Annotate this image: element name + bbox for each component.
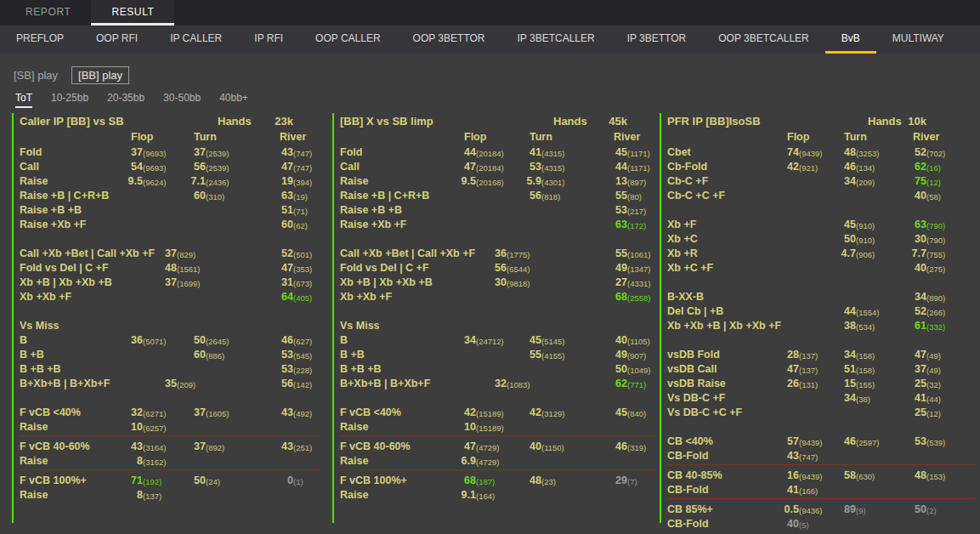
- stat-row[interactable]: Raise6.9(4729): [340, 454, 655, 469]
- stat-row[interactable]: Xb +C +F40(275): [667, 261, 976, 276]
- stat-row[interactable]: Xb +R4.7(906)7.7(755): [667, 247, 976, 261]
- stat-row[interactable]: Vs DB-C +F34(38)41(44): [667, 391, 976, 406]
- stat-row[interactable]: Call +Xb +Bet | Call +Xb +F37(829)52(501…: [20, 247, 320, 261]
- stat-row[interactable]: Raise +B | C+R+B56(818)55(80): [340, 189, 655, 203]
- stat-value: 10: [437, 421, 476, 433]
- nav-tab-bvb[interactable]: BvB: [825, 26, 876, 54]
- stat-row[interactable]: Xb +C50(910)30(790): [667, 232, 976, 247]
- stat-row[interactable]: Call47(20184)53(4315)44(1171): [340, 160, 655, 174]
- stat-value: 7.7: [887, 247, 926, 259]
- tab-tot[interactable]: ToT: [15, 92, 32, 108]
- stat-row[interactable]: Xb +F45(910)63(790): [667, 218, 976, 232]
- stat-row[interactable]: Call +Xb +Bet | Call +Xb +F36(1775)55(10…: [340, 247, 655, 261]
- stat-row[interactable]: Xb +Xb +F68(2558): [340, 290, 655, 304]
- stat-row[interactable]: CB 40-85%16(9439)58(630)48(153): [667, 469, 976, 483]
- nav-tab-oop-3betcaller[interactable]: OOP 3BETCALLER: [702, 26, 825, 54]
- stat-value-cell: 47(353): [254, 262, 312, 274]
- stat-row[interactable]: Raise9.1(164): [340, 488, 655, 503]
- stat-row[interactable]: Call54(9693)56(2539)47(747): [20, 160, 320, 174]
- stat-row[interactable]: B+Xb+B | B+Xb+F32(1083)62(771): [340, 377, 655, 391]
- stat-row[interactable]: Raise +B +B51(71): [20, 203, 320, 218]
- stat-row[interactable]: Fold37(9693)37(2539)43(747): [20, 145, 320, 160]
- nav-tab-ip-rfi[interactable]: IP RFI: [238, 26, 299, 54]
- stat-row[interactable]: B +B +B53(228): [20, 362, 320, 377]
- stat-value-cell: 48(153): [887, 469, 945, 481]
- nav-tab-ip-3bettor[interactable]: IP 3BETTOR: [611, 26, 703, 54]
- nav-tab-ip-caller[interactable]: IP CALLER: [154, 26, 238, 54]
- stat-row[interactable]: Fold vs Del | C +F56(6544)49(1347): [340, 261, 655, 276]
- stat-row[interactable]: F vCB 100%+68(187)48(23)29(7): [340, 474, 655, 488]
- column-header-turn: Turn: [530, 131, 552, 143]
- tab-20-35bb[interactable]: 20-35bb: [107, 92, 144, 108]
- stat-row[interactable]: F vCB 100%+71(192)50(24)0(1): [20, 474, 320, 488]
- nav-tab-oop-rfi[interactable]: OOP RFI: [80, 26, 154, 54]
- nav-tab-ip-3betcaller[interactable]: IP 3BETCALLER: [501, 26, 611, 54]
- stat-label: B +B +B: [340, 363, 382, 375]
- stat-row[interactable]: Raise9.5(20168)5.9(4301)13(897): [340, 174, 655, 189]
- stat-row[interactable]: F vCB 40-60%43(3164)37(892)43(251): [20, 440, 320, 454]
- stat-sample-count: (137): [799, 349, 818, 361]
- tab-30-50bb[interactable]: 30-50bb: [163, 92, 201, 108]
- stat-row[interactable]: Raise9.5(9624)7.1(2436)19(394): [20, 174, 320, 189]
- stat-row[interactable]: Cb-Fold42(921)46(134)62(16): [667, 160, 976, 174]
- stat-row[interactable]: Xb +B | Xb +Xb +B30(9818)27(4331): [340, 276, 655, 290]
- stat-row[interactable]: Raise +Xb +F60(62): [20, 218, 320, 232]
- stat-row[interactable]: CB 85%+0.5(9436)89(9)50(2): [667, 503, 976, 517]
- stat-value-cell: 32(6271): [104, 406, 166, 418]
- nav-tab-multiway[interactable]: MULTIWAY: [876, 26, 960, 54]
- tab-40bb-plus[interactable]: 40bb+: [219, 92, 248, 108]
- stat-row[interactable]: B34(24712)45(5145)40(1105): [340, 333, 655, 348]
- stat-row[interactable]: Cbet74(9439)48(3253)52(702): [667, 145, 976, 160]
- stat-value-cell: 64(405): [254, 291, 312, 303]
- stat-row[interactable]: B+Xb+B | B+Xb+F35(209)56(142): [20, 377, 320, 391]
- stat-sample-count: (137): [143, 489, 161, 501]
- stat-row[interactable]: Raise10(6257): [20, 420, 320, 435]
- nav-tab-oop-caller[interactable]: OOP CALLER: [299, 26, 396, 54]
- stat-row[interactable]: F vCB <40%42(15189)42(3129)45(840): [340, 406, 655, 420]
- stat-row[interactable]: Fold44(20184)41(4315)45(1171): [340, 145, 655, 160]
- stat-row[interactable]: Xb +Xb +B | Xb +Xb +F38(534)61(332): [667, 319, 976, 333]
- stat-row[interactable]: Vs DB-C +C +F25(12): [667, 406, 976, 420]
- stat-row[interactable]: Xb +Xb +F64(405): [20, 290, 320, 304]
- stat-row[interactable]: F vCB 40-60%47(4729)40(1150)46(319): [340, 440, 655, 454]
- tab-10-25bb[interactable]: 10-25bb: [51, 92, 88, 108]
- stat-sample-count: (3253): [856, 146, 879, 158]
- tab-report[interactable]: REPORT: [5, 0, 91, 26]
- stat-row[interactable]: Raise8(137): [20, 488, 320, 503]
- stat-row[interactable]: Cb-C +F34(209)75(12): [667, 174, 976, 189]
- hands-count: 45k: [588, 115, 627, 128]
- stat-row[interactable]: vsDB Fold28(137)34(158)47(49): [667, 348, 976, 362]
- stat-row[interactable]: CB <40%57(9439)46(2597)53(539): [667, 435, 976, 449]
- stat-row[interactable]: B-XX-B34(890): [667, 290, 976, 304]
- stat-row[interactable]: B +B60(886)53(545): [20, 348, 320, 362]
- stat-row[interactable]: Raise +B +B53(217): [340, 203, 655, 218]
- nav-tab-oop-3bettor[interactable]: OOP 3BETTOR: [397, 26, 501, 54]
- stat-value: 46: [254, 334, 293, 346]
- stat-value-cell: 31(673): [254, 276, 312, 288]
- tab-sb-play[interactable]: [SB] play: [12, 67, 59, 83]
- stat-row[interactable]: Fold vs Del | C +F48(1561)47(353): [20, 261, 320, 276]
- stat-sample-count: (1105): [627, 334, 650, 346]
- stat-row[interactable]: CB-Fold41(166): [667, 483, 976, 497]
- stat-sample-count: (790): [926, 233, 945, 245]
- stat-row[interactable]: B36(5071)50(2645)46(627): [20, 333, 320, 348]
- stat-row[interactable]: Raise10(15189): [340, 420, 655, 435]
- stat-row[interactable]: Raise +Xb +F63(172): [340, 218, 655, 232]
- stat-row[interactable]: Raise8(3162): [20, 454, 320, 469]
- stat-row[interactable]: CB-Fold40(5): [667, 517, 976, 531]
- tab-bb-play[interactable]: [BB] play: [71, 66, 129, 84]
- stat-row[interactable]: Xb +B | Xb +Xb +B37(1699)31(673): [20, 276, 320, 290]
- tab-result[interactable]: RESULT: [91, 0, 174, 26]
- stat-value: 28: [760, 349, 799, 361]
- stat-row[interactable]: vsDB Call47(137)51(158)37(49): [667, 362, 976, 377]
- stat-value: 40: [760, 518, 799, 530]
- stat-row[interactable]: CB-Fold43(747): [667, 449, 976, 463]
- stat-row[interactable]: B +B55(4155)49(907): [340, 348, 655, 362]
- nav-tab-preflop[interactable]: PREFLOP: [0, 26, 80, 54]
- stat-row[interactable]: Cb-C +C +F40(58): [667, 189, 976, 203]
- stat-row[interactable]: B +B +B50(1049): [340, 362, 655, 377]
- stat-row[interactable]: vsDB Raise26(131)15(155)25(32): [667, 377, 976, 391]
- stat-row[interactable]: F vCB <40%32(6271)37(1605)43(492): [20, 406, 320, 420]
- stat-row[interactable]: Del Cb | +B44(1554)52(266): [667, 304, 976, 319]
- stat-row[interactable]: Raise +B | C+R+B60(310)63(19): [20, 189, 320, 203]
